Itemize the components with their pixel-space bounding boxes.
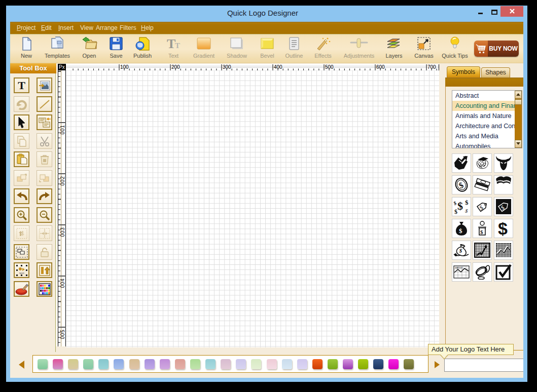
svg-text:$: $ <box>498 220 508 237</box>
svg-text:3: 3 <box>60 227 65 230</box>
svg-text:T: T <box>167 37 175 50</box>
svg-text:$: $ <box>457 200 463 212</box>
svg-text:0: 0 <box>60 333 65 336</box>
svg-text:0: 0 <box>60 282 65 285</box>
svg-text:4: 4 <box>60 279 65 282</box>
svg-text:0: 0 <box>60 179 65 182</box>
svg-text:$: $ <box>453 200 457 206</box>
svg-text:$: $ <box>480 229 483 235</box>
svg-text:$: $ <box>458 247 463 254</box>
svg-text:$: $ <box>464 208 469 214</box>
svg-text:$: $ <box>459 227 462 234</box>
svg-text:T: T <box>175 42 180 50</box>
svg-text:5: 5 <box>60 330 65 333</box>
svg-text:2: 2 <box>60 176 65 179</box>
svg-text:MARKET: MARKET <box>455 266 463 269</box>
svg-text:0: 0 <box>60 230 65 233</box>
svg-text:0: 0 <box>60 128 65 131</box>
svg-text:$: $ <box>465 199 469 206</box>
svg-text:0: 0 <box>60 285 65 288</box>
svg-text:0: 0 <box>60 183 65 186</box>
svg-text:$: $ <box>478 204 485 212</box>
svg-text:$: $ <box>454 208 457 215</box>
svg-text:0: 0 <box>60 336 65 339</box>
svg-text:text: text <box>19 271 24 275</box>
svg-text:0: 0 <box>60 234 65 237</box>
svg-text:1: 1 <box>60 125 65 128</box>
svg-text:$: $ <box>457 180 464 190</box>
svg-text:0: 0 <box>60 132 65 135</box>
